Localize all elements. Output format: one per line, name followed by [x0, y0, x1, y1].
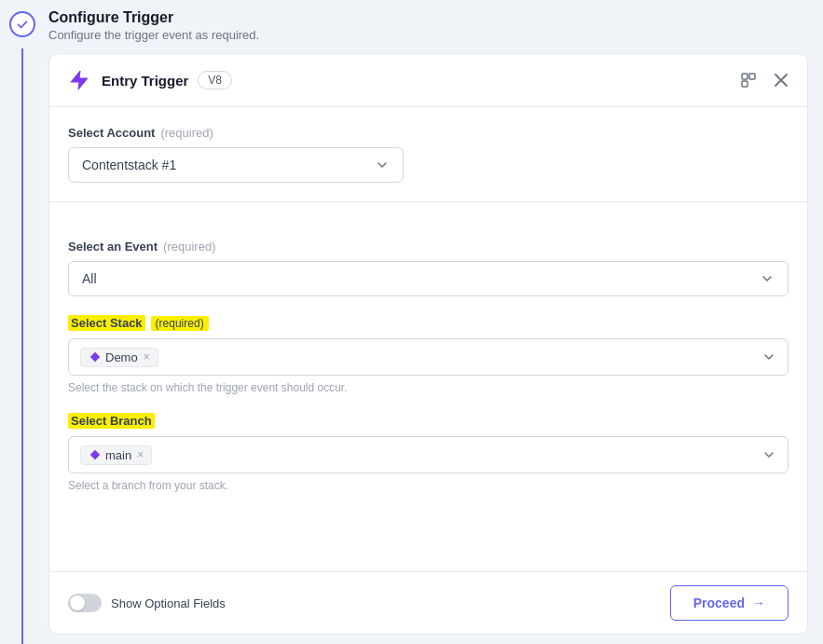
page-wrapper: Configure Trigger Configure the trigger …: [0, 0, 823, 644]
section-divider-1: [49, 201, 807, 221]
close-button[interactable]: [772, 71, 790, 89]
left-bar: [0, 0, 45, 644]
card-footer: Show Optional Fields Proceed →: [49, 571, 807, 634]
branch-multiselect[interactable]: main ×: [68, 436, 789, 473]
stack-tag-label: Demo: [105, 350, 138, 364]
branch-tag-label: main: [105, 448, 131, 462]
branch-label-text: Select Branch: [68, 413, 155, 429]
branch-section: Select Branch main ×: [68, 413, 789, 492]
expand-icon: [740, 72, 757, 89]
toggle-wrapper: Show Optional Fields: [68, 594, 226, 612]
stack-label-text: Select Stack: [68, 315, 145, 331]
trigger-icon: [66, 67, 92, 93]
toggle-label: Show Optional Fields: [111, 596, 226, 610]
card-header-title: Entry Trigger: [102, 73, 188, 89]
configure-trigger-card: Entry Trigger V8: [48, 53, 808, 635]
branch-chevron-icon: [761, 447, 776, 462]
account-chevron-icon: [375, 158, 390, 172]
page-title: Configure Trigger: [48, 9, 808, 26]
svg-rect-2: [742, 81, 748, 87]
stack-section: Select Stack (required) Demo ×: [68, 315, 789, 394]
step-line: [21, 48, 23, 644]
stack-tags: Demo ×: [80, 348, 761, 367]
optional-fields-toggle[interactable]: [68, 594, 102, 612]
branch-tag-main: main ×: [80, 445, 152, 465]
stack-multiselect[interactable]: Demo ×: [68, 338, 789, 376]
account-value: Contentstack #1: [82, 158, 176, 172]
account-field-label: Select Account (required): [68, 126, 789, 140]
stack-field-label: Select Stack (required): [68, 315, 789, 331]
event-value: All: [82, 271, 97, 286]
toggle-thumb: [70, 596, 85, 610]
close-icon: [774, 73, 789, 88]
event-dropdown[interactable]: All: [68, 261, 789, 296]
branch-hint: Select a branch from your stack.: [68, 479, 789, 492]
proceed-arrow: →: [752, 596, 765, 610]
expand-button[interactable]: [738, 70, 759, 90]
svg-rect-1: [749, 74, 755, 79]
branch-tag-icon: [89, 448, 102, 461]
card-header-right: [738, 70, 790, 90]
stack-tag-remove[interactable]: ×: [144, 350, 150, 363]
stack-tag-icon: [89, 350, 102, 363]
event-required-text: (required): [163, 240, 215, 253]
event-field-label: Select an Event (required): [68, 240, 789, 253]
page-subtitle: Configure the trigger event as required.: [48, 28, 808, 42]
branch-tags: main ×: [80, 445, 761, 465]
proceed-label: Proceed: [693, 596, 745, 610]
stack-hint: Select the stack on which the trigger ev…: [68, 381, 789, 394]
stack-chevron-icon: [761, 349, 776, 364]
step-check-icon: [16, 18, 29, 31]
branch-field-label: Select Branch: [68, 413, 789, 429]
event-chevron-icon: [760, 271, 775, 286]
svg-rect-0: [742, 74, 748, 79]
version-badge: V8: [198, 71, 232, 89]
event-section: Select an Event (required) All: [68, 240, 789, 296]
stack-required-badge: (required): [151, 316, 209, 331]
stack-tag-demo: Demo ×: [80, 348, 158, 367]
account-required-text: (required): [160, 126, 213, 140]
proceed-button[interactable]: Proceed →: [670, 585, 789, 621]
card-header-left: Entry Trigger V8: [66, 67, 232, 93]
main-content: Configure Trigger Configure the trigger …: [45, 0, 823, 644]
account-section: Select Account (required) Contentstack #…: [68, 126, 789, 183]
card-header: Entry Trigger V8: [49, 54, 807, 107]
account-dropdown[interactable]: Contentstack #1: [68, 147, 404, 183]
step-indicator: [9, 11, 35, 37]
entry-trigger-icon: [68, 69, 90, 91]
card-body: Select Account (required) Contentstack #…: [49, 107, 807, 571]
branch-tag-remove[interactable]: ×: [137, 448, 144, 461]
